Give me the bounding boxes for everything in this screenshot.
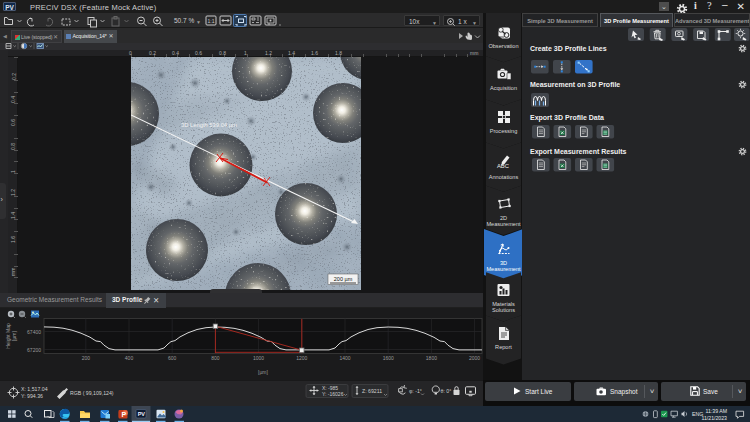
svg-text:1800: 1800 — [426, 355, 437, 361]
svg-text:1200: 1200 — [296, 355, 307, 361]
svg-text:2000: 2000 — [469, 355, 480, 361]
svg-text:X: 1,517.04: X: 1,517.04 — [21, 386, 48, 392]
svg-text:1000: 1000 — [253, 355, 264, 361]
svg-text:67200: 67200 — [27, 347, 41, 353]
svg-text:X: -985: X: -985 — [322, 385, 338, 391]
svg-text:φ: -1°: φ: -1° — [409, 388, 422, 394]
svg-text:1:1: 1:1 — [208, 18, 215, 24]
svg-text:11:39 AM: 11:39 AM — [705, 408, 727, 414]
svg-text:Y: -16026: Y: -16026 — [322, 391, 344, 397]
svg-text:Y: 994.36: Y: 994.36 — [21, 393, 43, 399]
svg-text:1400: 1400 — [339, 355, 350, 361]
svg-text:1600: 1600 — [383, 355, 394, 361]
svg-text:11/21/2023: 11/21/2023 — [701, 415, 727, 421]
svg-text:[µm]: [µm] — [11, 330, 17, 340]
svg-text:P: P — [122, 411, 127, 418]
svg-text:θ: 0°: θ: 0° — [441, 388, 452, 394]
svg-text:400: 400 — [125, 355, 134, 361]
svg-text:PV: PV — [138, 411, 146, 417]
svg-text:200: 200 — [82, 355, 91, 361]
svg-text:3D Length 539.04 µm: 3D Length 539.04 µm — [181, 122, 237, 128]
svg-text:600: 600 — [168, 355, 177, 361]
svg-text:Z: 69211: Z: 69211 — [362, 388, 382, 394]
svg-text:ABC: ABC — [497, 163, 509, 169]
svg-text:RGB ( 99,109,124): RGB ( 99,109,124) — [70, 390, 114, 396]
svg-text:67400: 67400 — [27, 329, 41, 335]
svg-text:800: 800 — [211, 355, 220, 361]
svg-text:200 µm: 200 µm — [334, 276, 353, 282]
svg-text:[µm]: [µm] — [258, 369, 268, 375]
